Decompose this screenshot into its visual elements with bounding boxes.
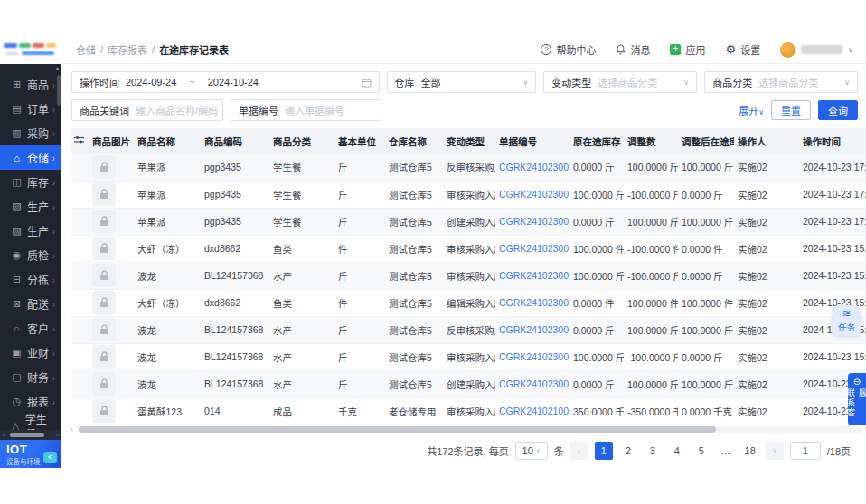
column-header[interactable]: 操作人 bbox=[734, 128, 799, 154]
table-row[interactable]: 大虾（冻） dxd8662 鱼类 件 测试仓库5 编辑采购入库 CGRK2410… bbox=[71, 289, 866, 316]
stock-after: 0.0000 斤 bbox=[678, 181, 734, 208]
scroll-left-icon[interactable]: ‹ bbox=[0, 431, 8, 439]
column-header[interactable]: 商品分类 bbox=[269, 128, 334, 154]
next-page-button[interactable]: › bbox=[766, 442, 784, 460]
iot-device-icon: < bbox=[43, 452, 57, 463]
stock-before: 0.0000 件 bbox=[569, 289, 624, 316]
expand-toggle[interactable]: 展开∨ bbox=[739, 103, 764, 117]
sidebar-item[interactable]: ⊞ 商品 › bbox=[0, 72, 61, 97]
table-horizontal-scrollbar[interactable]: ‹ bbox=[71, 425, 866, 434]
sidebar-horizontal-scrollbar[interactable]: ‹ › bbox=[0, 430, 61, 440]
sidebar-item[interactable]: ⌂ 仓储 › bbox=[0, 145, 61, 170]
sidebar-item-label: 配送 bbox=[27, 296, 49, 312]
hscroll-thumb[interactable] bbox=[79, 426, 716, 433]
doc-no-link[interactable]: CGRK24102300002 bbox=[495, 154, 569, 181]
help-center-button[interactable]: ? 帮助中心 bbox=[541, 42, 596, 57]
change-type-label: 变动类型 bbox=[551, 75, 591, 89]
row-leading-cell bbox=[71, 208, 89, 235]
contact-service-button[interactable]: ⊖ 联系客服 bbox=[848, 373, 866, 425]
doc-no-link[interactable]: CGRK24102300001 bbox=[495, 235, 569, 262]
sidebar-item-icon: ◉ bbox=[10, 249, 24, 261]
column-header[interactable]: 基本单位 bbox=[334, 128, 385, 154]
doc-no-link[interactable]: CGRK24102300002 bbox=[495, 181, 569, 208]
doc-no-link[interactable]: CGRK24102300001 bbox=[495, 262, 569, 289]
user-menu[interactable]: ∨ bbox=[780, 42, 853, 58]
column-header[interactable]: 单据编号 bbox=[495, 128, 569, 154]
table-row[interactable]: 苹果派 pgp3435 学生餐 斤 测试仓库5 审核采购入库 CGRK24102… bbox=[71, 181, 866, 208]
per-page-select[interactable]: 10 ∨ bbox=[515, 442, 548, 460]
table-row[interactable]: 波龙 BL124157368 水产 斤 测试仓库5 反审核采购入库 CGRK24… bbox=[71, 316, 866, 343]
change-type-select[interactable]: 变动类型 选择商品分类 ∨ bbox=[543, 71, 697, 93]
column-header[interactable]: 调整后在途库存 bbox=[678, 128, 734, 154]
page-number-button[interactable]: 2 bbox=[619, 442, 637, 460]
table-row[interactable]: 波龙 BL124157368 水产 斤 测试仓库5 创建采购入库 CGRK241… bbox=[71, 370, 866, 397]
doc-no-link[interactable]: CGRK24102300002 bbox=[495, 208, 569, 235]
page-number-button[interactable]: 3 bbox=[644, 442, 662, 460]
sidebar-item[interactable]: ⊠ 配送 › bbox=[0, 292, 61, 316]
settings-label: 设置 bbox=[740, 42, 760, 57]
sidebar-item[interactable]: ◫ 库存 › bbox=[0, 170, 61, 194]
settings-button[interactable]: ⚙ 设置 bbox=[725, 42, 760, 57]
sidebar-scrollbar-thumb[interactable] bbox=[57, 75, 61, 106]
scroll-right-icon[interactable]: › bbox=[53, 431, 61, 439]
sidebar-item[interactable]: ○ 客户 › bbox=[0, 316, 61, 341]
doc-no-input[interactable]: 单据编号 输入单据编号 bbox=[231, 99, 381, 121]
sidebar-item-label: 生产 bbox=[27, 199, 49, 214]
breadcrumb-item[interactable]: 库存报表 bbox=[108, 42, 147, 57]
table-row[interactable]: 波龙 BL124157368 水产 斤 测试仓库5 审核采购入库 CGRK241… bbox=[71, 343, 866, 370]
messages-button[interactable]: 消息 bbox=[616, 42, 650, 57]
sidebar-item[interactable]: ▧ 生产 › bbox=[0, 194, 61, 219]
column-header[interactable]: 变动类型 bbox=[443, 128, 495, 154]
table-row[interactable]: 苹果派 pgp3435 学生餐 斤 测试仓库5 创建采购入库 CGRK24102… bbox=[71, 208, 866, 235]
page-number-button[interactable]: 1 bbox=[595, 442, 613, 460]
sidebar-item-label: 质检 bbox=[27, 247, 49, 263]
table-row[interactable]: 大虾（冻） dxd8662 鱼类 件 测试仓库5 审核采购入库 CGRK2410… bbox=[71, 235, 866, 262]
category-select[interactable]: 商品分类 选择商品分类 ∨ bbox=[704, 71, 858, 93]
table-row[interactable]: 蛋黄酥123 014 成品 千克 老仓储专用 审核采购入库 CGRK241021… bbox=[71, 397, 866, 425]
breadcrumb-item[interactable]: 仓储 bbox=[76, 42, 96, 57]
column-header[interactable]: 操作时间 bbox=[799, 128, 866, 154]
keyword-input[interactable]: 商品关键词 输入商品名称/编码 bbox=[71, 99, 223, 121]
doc-no-link[interactable]: CGRK24102300001 bbox=[495, 289, 569, 316]
scroll-left-icon[interactable]: ‹ bbox=[71, 425, 73, 434]
iot-banner[interactable]: IOT 设备与环境 < bbox=[0, 440, 61, 468]
column-header[interactable]: 原在途库存 bbox=[569, 128, 624, 154]
sidebar-item[interactable]: ▢ 财务 › bbox=[0, 365, 61, 389]
sidebar-hscroll-thumb[interactable] bbox=[10, 433, 44, 437]
column-settings-icon[interactable] bbox=[71, 128, 89, 154]
date-range-input[interactable]: 操作时间 2024-09-24 ~ 2024-10-24 bbox=[71, 71, 380, 93]
row-leading-cell bbox=[71, 154, 89, 181]
sidebar-scrollbar-up[interactable]: ▲ bbox=[53, 64, 61, 72]
sidebar-item-icon: ▤ bbox=[10, 103, 24, 115]
doc-no-link[interactable]: CGRK24102300001 bbox=[495, 343, 569, 370]
column-header[interactable]: 商品名称 bbox=[134, 128, 201, 154]
page-number-button[interactable]: 5 bbox=[692, 442, 711, 460]
doc-no-link[interactable]: CGRK24102300001 bbox=[495, 316, 569, 343]
sidebar-item[interactable]: ▣ 业财 › bbox=[0, 341, 61, 365]
doc-no-link[interactable]: CGRK24102300001 bbox=[495, 370, 569, 397]
column-header[interactable]: 商品编码 bbox=[201, 128, 269, 154]
column-header[interactable]: 调整数 bbox=[624, 128, 678, 154]
table-row[interactable]: 苹果派 pgp3435 学生餐 斤 测试仓库5 反审核采购入库 CGRK2410… bbox=[71, 154, 866, 181]
sidebar-item[interactable]: ⊟ 分拣 › bbox=[0, 267, 61, 292]
sidebar-item[interactable]: ▥ 采购 › bbox=[0, 121, 61, 145]
column-header[interactable]: 商品图片 bbox=[89, 128, 134, 154]
page-number-button[interactable]: ... bbox=[717, 442, 735, 460]
product-category: 水产 bbox=[269, 262, 334, 289]
reset-button[interactable]: 重置 bbox=[771, 100, 811, 120]
page-number-button[interactable]: 18 bbox=[741, 442, 759, 460]
sidebar-item[interactable]: ▨ 生产 › bbox=[0, 219, 61, 243]
doc-no-link[interactable]: CGRK24102100002 bbox=[495, 397, 569, 425]
sidebar-item[interactable]: ◉ 质检 › bbox=[0, 243, 61, 267]
prev-page-button[interactable]: ‹ bbox=[570, 442, 588, 460]
warehouse-select[interactable]: 仓库 全部 ∨ bbox=[387, 71, 537, 93]
task-float-button[interactable]: ≋ 任务 bbox=[833, 305, 861, 336]
page-number-button[interactable]: 4 bbox=[668, 442, 686, 460]
sidebar-item[interactable]: ▤ 订单 › bbox=[0, 97, 61, 121]
table-row[interactable]: 波龙 BL124157368 水产 斤 测试仓库5 审核采购入库 CGRK241… bbox=[71, 262, 866, 289]
column-header[interactable]: 仓库名称 bbox=[385, 128, 443, 154]
apps-button[interactable]: + 应用 bbox=[670, 42, 705, 57]
date-range-label: 操作时间 bbox=[80, 75, 119, 89]
search-button[interactable]: 查询 bbox=[818, 100, 858, 120]
jump-page-input[interactable]: 1 bbox=[790, 442, 821, 460]
